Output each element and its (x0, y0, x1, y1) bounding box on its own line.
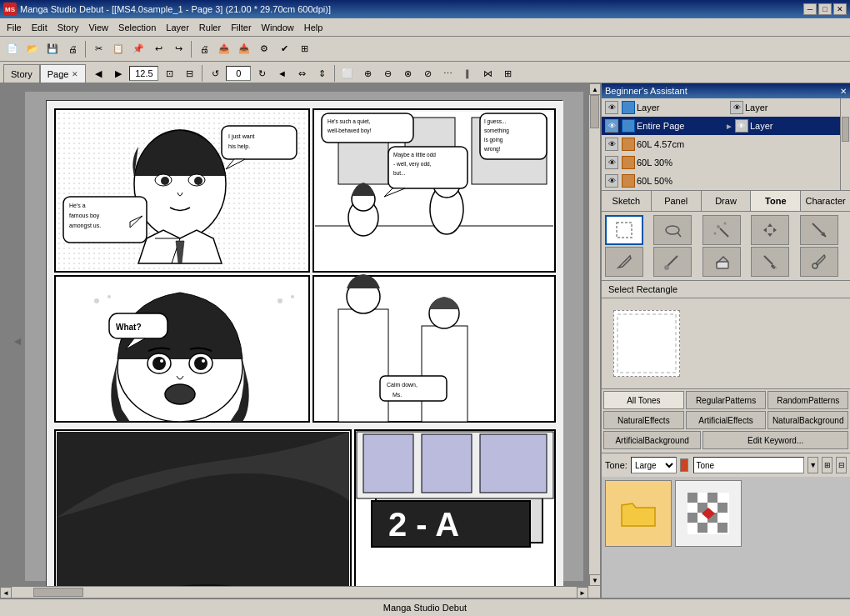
tone-cat-random[interactable]: RandomPatterns (768, 391, 848, 409)
close-button[interactable]: ✕ (833, 3, 847, 15)
tab-next-page[interactable]: ▶ (109, 64, 128, 83)
tool-pen[interactable] (605, 247, 643, 277)
layer-row-3[interactable]: 👁 60L 4.57cm (602, 135, 840, 153)
tool-fill[interactable] (751, 247, 789, 277)
layer-eye-4[interactable]: 👁 (605, 156, 618, 169)
scroll-down-arrow[interactable]: ▼ (589, 574, 600, 586)
tool-arrow[interactable] (800, 215, 838, 245)
tool4[interactable]: ⊗ (398, 64, 417, 83)
scroll-thumb-v[interactable] (590, 95, 599, 128)
layers-scroll-thumb[interactable] (842, 117, 849, 142)
tone-cat-artificial[interactable]: ArtificialEffects (686, 411, 767, 429)
tone-btn-3[interactable]: ⊟ (836, 457, 847, 473)
rot-prev[interactable]: ↺ (206, 64, 224, 83)
tone-btn-1[interactable]: ▼ (808, 457, 818, 473)
layer-eye-r1[interactable]: 👁 (730, 101, 743, 114)
panel-close-btn[interactable]: ✕ (840, 87, 847, 96)
tool-select-rect[interactable] (605, 215, 643, 245)
toolbar-paste[interactable]: 📌 (129, 40, 148, 58)
scroll-up-arrow[interactable]: ▲ (589, 83, 600, 95)
toolbar-settings[interactable]: ⚙ (255, 40, 273, 58)
layer-eye-1[interactable]: 👁 (605, 101, 618, 114)
tab-sketch[interactable]: Sketch (602, 191, 652, 211)
scroll-right-arrow[interactable]: ► (577, 587, 588, 598)
tone-item-checker[interactable] (675, 480, 742, 547)
layer-row-5[interactable]: 👁 60L 50% (602, 172, 840, 190)
tab-prev-page[interactable]: ◀ (89, 64, 108, 83)
tab-panel[interactable]: Panel (652, 191, 702, 211)
tool-lasso[interactable] (653, 215, 692, 245)
layer-eye-3[interactable]: 👁 (605, 138, 618, 151)
tone-cat-keyword[interactable]: Edit Keyword... (702, 431, 848, 449)
page-prev-arrow[interactable]: ◄ (12, 334, 23, 348)
layer-eye-r2[interactable]: 👁 (735, 119, 748, 133)
layer-eye-5[interactable]: 👁 (605, 174, 618, 188)
tool2[interactable]: ⊕ (358, 64, 377, 83)
rot-next[interactable]: ↻ (252, 64, 271, 83)
tool5[interactable]: ⊘ (418, 64, 437, 83)
tool-eyedropper[interactable] (800, 247, 838, 277)
tool6[interactable]: ⋯ (438, 64, 457, 83)
tone-name-input[interactable] (693, 457, 804, 473)
rotation-input[interactable] (226, 66, 251, 81)
tool3[interactable]: ⊖ (378, 64, 397, 83)
scroll-thumb-h[interactable] (33, 588, 83, 597)
toolbar-copy[interactable]: 📋 (109, 40, 128, 58)
tool-brush[interactable] (653, 247, 692, 277)
menu-ruler[interactable]: Ruler (194, 19, 226, 36)
tool-magic-wand[interactable] (702, 215, 741, 245)
flip-h[interactable]: ⇔ (292, 64, 311, 83)
layer-eye-2[interactable]: 👁 (605, 119, 618, 133)
tool-eraser[interactable] (702, 247, 741, 277)
toolbar-grid[interactable]: ⊞ (295, 40, 313, 58)
toolbar-save[interactable]: 💾 (43, 40, 62, 58)
maximize-button[interactable]: □ (818, 3, 832, 15)
tone-items[interactable] (602, 477, 850, 598)
canvas-scrollbar-v[interactable]: ▲ ▼ (588, 83, 600, 586)
canvas-area[interactable]: ◄ (0, 83, 600, 598)
tool8[interactable]: ⋈ (478, 64, 497, 83)
menu-window[interactable]: Window (257, 19, 299, 36)
tab-character[interactable]: Character (801, 191, 850, 211)
tone-btn-2[interactable]: ⊞ (822, 457, 832, 473)
toolbar-new[interactable]: 📄 (3, 40, 22, 58)
tab-story[interactable]: Story (3, 64, 40, 83)
layers-scrollbar[interactable] (840, 98, 850, 190)
tone-cat-artificialbg[interactable]: ArtificialBackground (603, 431, 701, 449)
tool-move[interactable] (751, 215, 789, 245)
tone-cat-natural[interactable]: NaturalEffects (603, 411, 684, 429)
layer-row-4[interactable]: 👁 60L 30% (602, 153, 840, 172)
tab-page[interactable]: Page ✕ (40, 64, 87, 83)
tab-tone[interactable]: Tone (751, 191, 801, 211)
scroll-left-arrow[interactable]: ◄ (0, 587, 12, 598)
menu-view[interactable]: View (83, 19, 113, 36)
tab-close-btn[interactable]: ✕ (72, 70, 78, 78)
menu-selection[interactable]: Selection (113, 19, 161, 36)
arrow-left-btn[interactable]: ◄ (272, 64, 291, 83)
tab-actual[interactable]: ⊟ (180, 64, 198, 83)
canvas-scrollbar-h[interactable]: ◄ ► (0, 586, 588, 598)
toolbar-export[interactable]: 📤 (215, 40, 233, 58)
toolbar-open[interactable]: 📂 (23, 40, 42, 58)
minimize-button[interactable]: ─ (803, 3, 817, 15)
toolbar-import[interactable]: 📥 (235, 40, 253, 58)
toolbar-redo[interactable]: ↪ (169, 40, 188, 58)
menu-help[interactable]: Help (299, 19, 328, 36)
toolbar-print[interactable]: 🖨 (63, 40, 82, 58)
tab-fit[interactable]: ⊡ (160, 64, 178, 83)
menu-edit[interactable]: Edit (27, 19, 52, 36)
layer-row-2[interactable]: 👁 Entire Page ► 👁 Layer (602, 117, 840, 135)
tone-cat-naturalbg[interactable]: NaturalBackground (768, 411, 848, 429)
tone-item-folder[interactable] (605, 480, 672, 547)
layer-row-1[interactable]: 👁 Layer 👁 Layer (602, 98, 840, 117)
flip-v[interactable]: ⇕ (312, 64, 331, 83)
tool9[interactable]: ⊞ (498, 64, 517, 83)
tone-cat-regular[interactable]: RegularPatterns (686, 391, 767, 409)
tone-cat-all[interactable]: All Tones (603, 391, 684, 409)
toolbar-check[interactable]: ✔ (275, 40, 293, 58)
menu-layer[interactable]: Layer (161, 19, 194, 36)
toolbar-undo[interactable]: ↩ (149, 40, 168, 58)
menu-story[interactable]: Story (52, 19, 84, 36)
tab-draw[interactable]: Draw (702, 191, 752, 211)
menu-filter[interactable]: Filter (226, 19, 256, 36)
